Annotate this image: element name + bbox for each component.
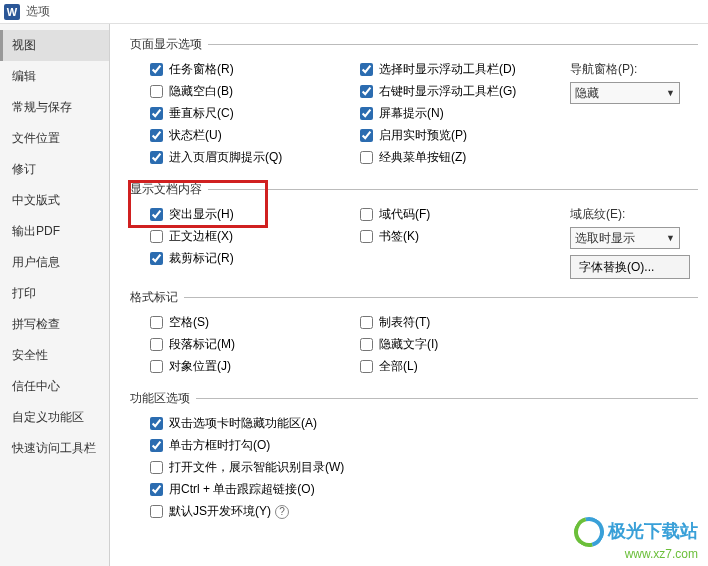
ribbon-opt-1[interactable]: 单击方框时打勾(O) (150, 437, 698, 454)
ribbon-opt-2-label: 打开文件，展示智能识别目录(W) (169, 459, 344, 476)
field-shading-label: 域底纹(E): (570, 206, 690, 223)
sidebar-item-12[interactable]: 自定义功能区 (0, 402, 109, 433)
page-display-a-4-label: 进入页眉页脚提示(Q) (169, 149, 282, 166)
sidebar-item-7[interactable]: 用户信息 (0, 247, 109, 278)
page-display-b-2-checkbox[interactable] (360, 107, 373, 120)
nav-pane-value: 隐藏 (575, 85, 599, 102)
page-display-a-3[interactable]: 状态栏(U) (150, 127, 360, 144)
ribbon-opt-3[interactable]: 用Ctrl + 单击跟踪超链接(O) (150, 481, 698, 498)
format-marks-b-0[interactable]: 制表符(T) (360, 314, 570, 331)
doc-content-b-1[interactable]: 书签(K) (360, 228, 570, 245)
sidebar: 视图编辑常规与保存文件位置修订中文版式输出PDF用户信息打印拼写检查安全性信任中… (0, 24, 110, 566)
titlebar: W 选项 (0, 0, 708, 24)
sidebar-item-11[interactable]: 信任中心 (0, 371, 109, 402)
format-marks-b-2-checkbox[interactable] (360, 360, 373, 373)
page-display-a-0[interactable]: 任务窗格(R) (150, 61, 360, 78)
doc-content-a-1-label: 正文边框(X) (169, 228, 233, 245)
format-marks-a-1[interactable]: 段落标记(M) (150, 336, 360, 353)
page-display-a-4[interactable]: 进入页眉页脚提示(Q) (150, 149, 360, 166)
sidebar-item-3[interactable]: 文件位置 (0, 123, 109, 154)
doc-content-b-0[interactable]: 域代码(F) (360, 206, 570, 223)
sidebar-item-0[interactable]: 视图 (0, 30, 109, 61)
format-marks-b-2-label: 全部(L) (379, 358, 418, 375)
ribbon-opt-1-label: 单击方框时打勾(O) (169, 437, 270, 454)
format-marks-b-1-label: 隐藏文字(I) (379, 336, 438, 353)
ribbon-opt-4[interactable]: 默认JS开发环境(Y)? (150, 503, 698, 520)
ribbon-opt-2-checkbox[interactable] (150, 461, 163, 474)
sidebar-item-1[interactable]: 编辑 (0, 61, 109, 92)
field-shading-select[interactable]: 选取时显示 ▼ (570, 227, 680, 249)
format-marks-a-2-checkbox[interactable] (150, 360, 163, 373)
page-display-a-1-checkbox[interactable] (150, 85, 163, 98)
legend-format-marks: 格式标记 (130, 289, 184, 306)
legend-doc-content: 显示文档内容 (130, 181, 208, 198)
page-display-a-2-label: 垂直标尺(C) (169, 105, 234, 122)
page-display-b-3[interactable]: 启用实时预览(P) (360, 127, 570, 144)
chevron-down-icon: ▼ (666, 233, 675, 243)
sidebar-item-9[interactable]: 拼写检查 (0, 309, 109, 340)
ribbon-opt-4-checkbox[interactable] (150, 505, 163, 518)
ribbon-opt-4-label: 默认JS开发环境(Y) (169, 503, 271, 520)
format-marks-b-0-checkbox[interactable] (360, 316, 373, 329)
format-marks-b-2[interactable]: 全部(L) (360, 358, 570, 375)
ribbon-opt-1-checkbox[interactable] (150, 439, 163, 452)
doc-content-a-2-checkbox[interactable] (150, 252, 163, 265)
sidebar-item-4[interactable]: 修订 (0, 154, 109, 185)
sidebar-item-8[interactable]: 打印 (0, 278, 109, 309)
format-marks-a-0-checkbox[interactable] (150, 316, 163, 329)
doc-content-a-2[interactable]: 裁剪标记(R) (150, 250, 360, 267)
nav-pane-select[interactable]: 隐藏 ▼ (570, 82, 680, 104)
sidebar-item-6[interactable]: 输出PDF (0, 216, 109, 247)
group-page-display: 页面显示选项 任务窗格(R)隐藏空白(B)垂直标尺(C)状态栏(U)进入页眉页脚… (130, 36, 698, 171)
doc-content-b-1-checkbox[interactable] (360, 230, 373, 243)
page-display-b-4-checkbox[interactable] (360, 151, 373, 164)
page-display-b-1-checkbox[interactable] (360, 85, 373, 98)
window-title: 选项 (26, 3, 50, 20)
format-marks-b-0-label: 制表符(T) (379, 314, 430, 331)
page-display-b-3-checkbox[interactable] (360, 129, 373, 142)
sidebar-item-5[interactable]: 中文版式 (0, 185, 109, 216)
page-display-b-0[interactable]: 选择时显示浮动工具栏(D) (360, 61, 570, 78)
doc-content-a-2-label: 裁剪标记(R) (169, 250, 234, 267)
page-display-a-3-checkbox[interactable] (150, 129, 163, 142)
page-display-b-2[interactable]: 屏幕提示(N) (360, 105, 570, 122)
page-display-a-0-label: 任务窗格(R) (169, 61, 234, 78)
page-display-b-0-label: 选择时显示浮动工具栏(D) (379, 61, 516, 78)
format-marks-a-1-checkbox[interactable] (150, 338, 163, 351)
format-marks-a-2[interactable]: 对象位置(J) (150, 358, 360, 375)
page-display-a-4-checkbox[interactable] (150, 151, 163, 164)
ribbon-opt-0[interactable]: 双击选项卡时隐藏功能区(A) (150, 415, 698, 432)
app-icon: W (4, 4, 20, 20)
ribbon-opt-0-checkbox[interactable] (150, 417, 163, 430)
doc-content-a-0[interactable]: 突出显示(H) (150, 206, 360, 223)
format-marks-a-0[interactable]: 空格(S) (150, 314, 360, 331)
doc-content-a-0-checkbox[interactable] (150, 208, 163, 221)
format-marks-b-1[interactable]: 隐藏文字(I) (360, 336, 570, 353)
doc-content-a-1[interactable]: 正文边框(X) (150, 228, 360, 245)
ribbon-opt-3-checkbox[interactable] (150, 483, 163, 496)
ribbon-opt-0-label: 双击选项卡时隐藏功能区(A) (169, 415, 317, 432)
page-display-a-0-checkbox[interactable] (150, 63, 163, 76)
page-display-a-2[interactable]: 垂直标尺(C) (150, 105, 360, 122)
chevron-down-icon: ▼ (666, 88, 675, 98)
format-marks-a-1-label: 段落标记(M) (169, 336, 235, 353)
page-display-b-0-checkbox[interactable] (360, 63, 373, 76)
sidebar-item-10[interactable]: 安全性 (0, 340, 109, 371)
page-display-b-4[interactable]: 经典菜单按钮(Z) (360, 149, 570, 166)
format-marks-a-0-label: 空格(S) (169, 314, 209, 331)
doc-content-b-0-checkbox[interactable] (360, 208, 373, 221)
ribbon-opt-2[interactable]: 打开文件，展示智能识别目录(W) (150, 459, 698, 476)
page-display-a-1-label: 隐藏空白(B) (169, 83, 233, 100)
sidebar-item-13[interactable]: 快速访问工具栏 (0, 433, 109, 464)
help-icon[interactable]: ? (275, 505, 289, 519)
doc-content-b-0-label: 域代码(F) (379, 206, 430, 223)
doc-content-a-1-checkbox[interactable] (150, 230, 163, 243)
format-marks-b-1-checkbox[interactable] (360, 338, 373, 351)
page-display-a-2-checkbox[interactable] (150, 107, 163, 120)
legend-ribbon: 功能区选项 (130, 390, 196, 407)
sidebar-item-2[interactable]: 常规与保存 (0, 92, 109, 123)
page-display-a-1[interactable]: 隐藏空白(B) (150, 83, 360, 100)
legend-page-display: 页面显示选项 (130, 36, 208, 53)
font-substitution-button[interactable]: 字体替换(O)... (570, 255, 690, 279)
page-display-b-1[interactable]: 右键时显示浮动工具栏(G) (360, 83, 570, 100)
